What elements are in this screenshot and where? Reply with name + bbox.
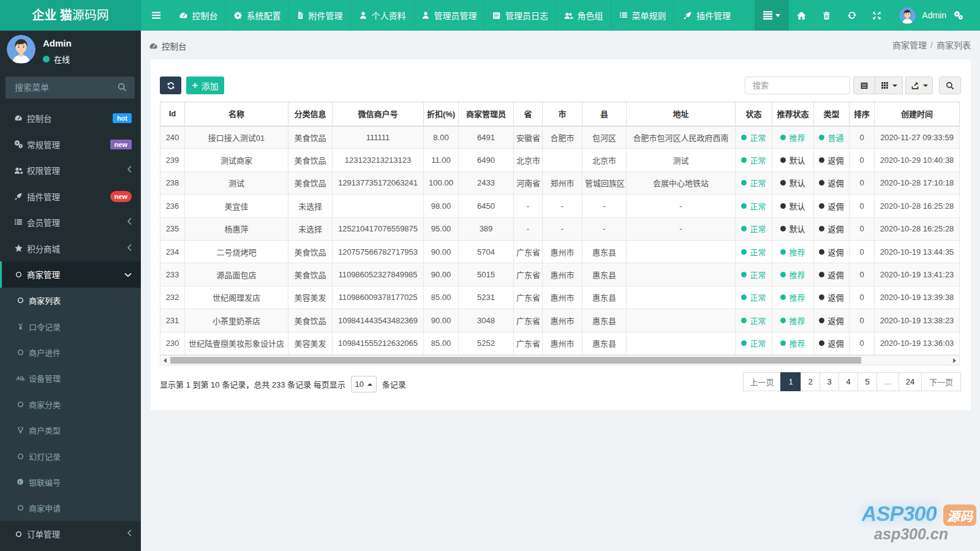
svg-text:i: i [19, 479, 20, 485]
svg-text:AD: AD [15, 375, 23, 381]
